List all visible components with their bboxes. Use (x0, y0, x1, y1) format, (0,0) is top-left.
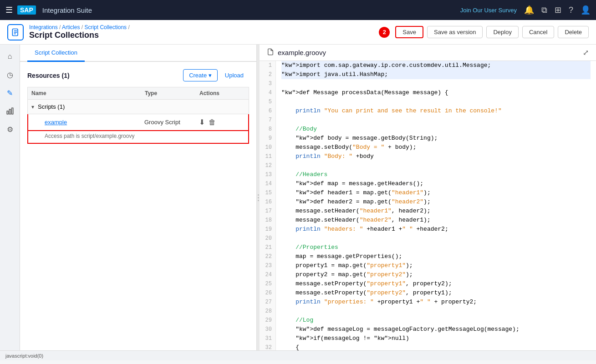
breadcrumb-articles[interactable]: Articles (62, 24, 80, 30)
status-bar: javascript:void(0) (0, 350, 596, 360)
svg-rect-5 (9, 109, 10, 114)
create-label: Create (189, 72, 207, 79)
col-type: Type (145, 90, 199, 96)
cancel-button[interactable]: Cancel (522, 26, 554, 38)
delete-row-icon[interactable]: 🗑 (209, 118, 216, 126)
left-panel: Script Collection Resources (1) Create ▾… (20, 45, 257, 350)
page-title: Script Collections (29, 30, 130, 40)
page-icon (7, 24, 24, 40)
breadcrumb-script-collections[interactable]: Script Collections (84, 24, 127, 30)
sidebar-icon-home[interactable]: ⌂ (2, 48, 18, 65)
expand-icon[interactable]: ⤢ (583, 48, 589, 57)
sap-logo: SAP (17, 5, 36, 15)
deploy-button[interactable]: Deploy (486, 26, 518, 38)
create-chevron-icon: ▾ (209, 72, 212, 79)
col-name: Name (31, 90, 145, 96)
divider-handle (258, 194, 259, 201)
resources-title: Resources (1) (27, 72, 183, 79)
breadcrumb-integrations[interactable]: Integrations (29, 24, 58, 30)
delete-button[interactable]: Delete (558, 26, 589, 38)
access-path: Access path is script/example.groovy (27, 131, 249, 144)
sidebar-icons: ⌂ ◷ ✎ ⚙ (0, 45, 20, 350)
sub-header-actions: 2 Save Save as version Deploy Cancel Del… (379, 26, 589, 38)
annotation-badge-2: 2 (379, 27, 390, 38)
top-nav-right: Join Our User Survey 🔔 ⧉ ⊞ ? 👤 (460, 5, 591, 15)
code-editor-panel: example.groovy ⤢ 12345678910111213141516… (260, 45, 596, 350)
panel-content: Resources (1) Create ▾ Upload Name Type … (20, 62, 256, 350)
script-actions: ⬇ 🗑 (199, 118, 245, 126)
script-type: Groovy Script (144, 119, 199, 126)
file-icon (267, 48, 274, 57)
status-text: javascript:void(0) (5, 353, 43, 359)
scripts-group-label: Scripts (1) (38, 103, 65, 110)
main-layout: ⌂ ◷ ✎ ⚙ Script Collection Resources (1) … (0, 45, 596, 350)
notification-icon[interactable]: 🔔 (524, 5, 534, 15)
code-lines: 1234567891011121314151617181920212223242… (260, 61, 596, 350)
table-header: Name Type Actions (27, 87, 249, 100)
col-actions: Actions (199, 90, 245, 96)
page-title-block: Integrations / Articles / Script Collect… (29, 24, 130, 40)
copy-icon[interactable]: ⧉ (541, 5, 547, 15)
resources-header: Resources (1) Create ▾ Upload (27, 69, 249, 81)
breadcrumb: Integrations / Articles / Script Collect… (29, 24, 130, 30)
user-icon[interactable]: 👤 (581, 5, 591, 15)
upload-button[interactable]: Upload (219, 70, 249, 81)
code-editor[interactable]: 1234567891011121314151617181920212223242… (260, 61, 596, 350)
survey-link[interactable]: Join Our User Survey (460, 7, 517, 14)
sidebar-icon-chart[interactable] (2, 103, 18, 119)
tab-bar: Script Collection (20, 45, 256, 62)
line-numbers: 1234567891011121314151617181920212223242… (260, 61, 276, 350)
hamburger-icon[interactable]: ☰ (5, 5, 13, 15)
editor-header: example.groovy ⤢ (260, 45, 596, 61)
chevron-down-icon[interactable]: ▾ (31, 104, 34, 110)
save-button[interactable]: Save (395, 26, 423, 38)
grid-icon[interactable]: ⊞ (555, 5, 561, 15)
tab-script-collection[interactable]: Script Collection (27, 45, 85, 62)
sidebar-icon-recent[interactable]: ◷ (2, 66, 18, 83)
svg-rect-4 (7, 111, 8, 114)
sub-header: Integrations / Articles / Script Collect… (0, 20, 596, 45)
sidebar-icon-settings[interactable]: ⚙ (2, 121, 18, 137)
app-title: Integration Suite (42, 6, 92, 14)
script-name-link[interactable]: example (32, 119, 144, 126)
editor-filename: example.groovy (278, 49, 326, 56)
code-content: "kw">import com.sap.gateway.ip.core.cust… (276, 61, 596, 350)
scripts-group-header: ▾ Scripts (1) (27, 100, 249, 114)
sidebar-icon-edit[interactable]: ✎ (2, 85, 18, 101)
help-icon[interactable]: ? (569, 5, 573, 15)
create-button[interactable]: Create ▾ (183, 69, 218, 81)
table-row: example Groovy Script ⬇ 🗑 (27, 114, 249, 131)
save-as-version-button[interactable]: Save as version (427, 26, 483, 38)
top-nav: ☰ SAP Integration Suite Join Our User Su… (0, 0, 596, 20)
svg-rect-6 (11, 108, 13, 114)
scripts-group: ▾ Scripts (1) example Groovy Script ⬇ 🗑 … (27, 100, 249, 144)
download-icon[interactable]: ⬇ (199, 118, 205, 126)
